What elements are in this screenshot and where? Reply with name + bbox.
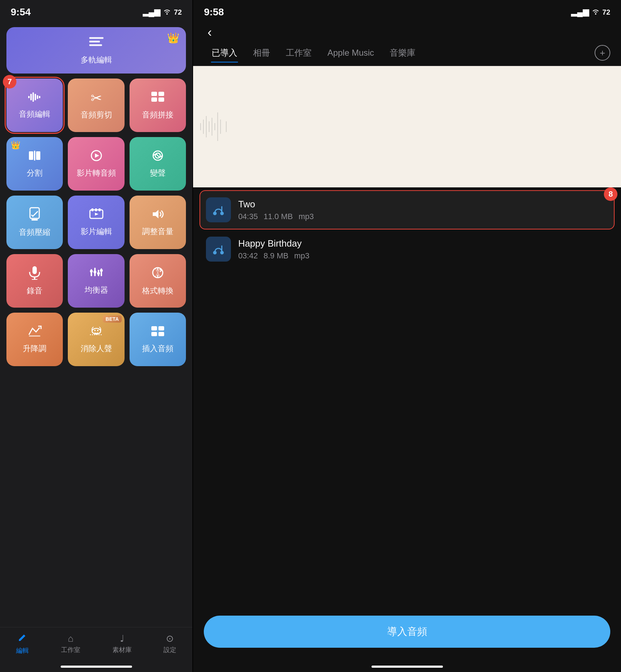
tile-audio-splice[interactable]: 音頻拼接 <box>130 79 186 132</box>
signal-icon-left: ▂▄▆ <box>143 7 161 17</box>
tab-library[interactable]: ♩ 素材庫 <box>112 633 132 654</box>
file-item-happy-birthday[interactable]: Happy Birthday 03:42 8.9 MB mp3 <box>200 230 614 268</box>
split-crown: 👑 <box>11 141 20 150</box>
tile-multitrack[interactable]: 👑 多軌編輯 <box>6 27 186 74</box>
right-panel: 9:58 ▂▄▆ 72 ‹ 已導入 相冊 工作室 Apple Music <box>193 0 621 672</box>
file-format-happy-birthday: mp3 <box>294 251 309 261</box>
tile-split[interactable]: 👑 分割 <box>6 137 63 191</box>
badge-7: 7 <box>3 75 16 89</box>
tile-compress[interactable]: 音頻壓縮 <box>6 196 63 249</box>
left-panel: 9:54 ▂▄▆ 72 👑 多軌編輯 <box>0 0 192 672</box>
svg-point-38 <box>94 271 96 273</box>
tile-video-edit[interactable]: 影片編輯 <box>68 196 124 249</box>
svg-rect-20 <box>30 208 39 218</box>
back-button[interactable]: ‹ <box>204 25 215 40</box>
equalizer-icon <box>89 266 104 281</box>
svg-rect-6 <box>35 94 36 100</box>
battery-right: 72 <box>602 8 610 16</box>
wifi-icon-left <box>163 7 171 17</box>
tile-volume[interactable]: 調整音量 <box>130 196 186 249</box>
svg-rect-11 <box>151 97 157 102</box>
svg-rect-48 <box>151 332 157 336</box>
grid-row-1: 7 音頻編輯 ✂ 音頻剪切 <box>6 79 186 132</box>
file-item-two[interactable]: Two 04:35 11.0 MB mp3 8 <box>200 191 614 229</box>
multitrack-label: 多軌編輯 <box>81 55 112 65</box>
status-bar-left: 9:54 ▂▄▆ 72 <box>0 0 192 21</box>
svg-point-65 <box>213 251 217 254</box>
status-bar-right: 9:58 ▂▄▆ 72 <box>193 0 621 21</box>
tile-audio-cut[interactable]: ✂ 音頻剪切 <box>68 79 124 132</box>
noise-icon <box>89 325 104 340</box>
file-info-two: Two 04:35 11.0 MB mp3 <box>238 199 608 221</box>
pitch-icon <box>27 325 42 340</box>
tab-apple-music[interactable]: Apple Music <box>319 44 382 61</box>
record-label: 錄音 <box>27 286 42 296</box>
file-icon-happy-birthday <box>206 237 231 262</box>
import-button-label: 導入音頻 <box>387 626 427 637</box>
import-button[interactable]: 導入音頻 <box>204 616 610 648</box>
split-label: 分割 <box>27 168 42 178</box>
grid-row-5: 升降調 BETA 消除人聲 <box>6 313 186 366</box>
beta-badge: BETA <box>103 315 122 323</box>
svg-marker-27 <box>153 210 158 218</box>
add-tab-button[interactable]: + <box>595 45 610 61</box>
tile-video-to-audio[interactable]: 影片轉音頻 <box>68 137 124 191</box>
svg-rect-57 <box>214 123 215 130</box>
studio-tab-icon: ⌂ <box>68 633 74 644</box>
audio-splice-label: 音頻拼接 <box>142 110 173 120</box>
file-duration-happy-birthday: 03:42 <box>238 251 258 261</box>
svg-rect-51 <box>193 66 621 187</box>
grid-row-2: 👑 分割 影片轉音頻 <box>6 137 186 191</box>
tab-studio-right[interactable]: 工作室 <box>278 44 319 62</box>
tile-record[interactable]: 錄音 <box>6 254 63 308</box>
add-icon: + <box>600 47 605 59</box>
svg-rect-53 <box>203 120 204 134</box>
volume-icon <box>151 208 165 223</box>
svg-rect-54 <box>206 116 207 137</box>
tab-music-lib-label: 音樂庫 <box>390 48 415 57</box>
tab-imported[interactable]: 已導入 <box>204 44 245 62</box>
tab-edit[interactable]: 編輯 <box>16 632 29 655</box>
tab-studio[interactable]: ⌂ 工作室 <box>61 633 80 654</box>
video-edit-icon <box>89 208 104 223</box>
file-duration-two: 04:35 <box>238 212 258 221</box>
svg-rect-12 <box>158 97 164 102</box>
svg-rect-13 <box>29 151 33 160</box>
status-icons-left: ▂▄▆ 72 <box>143 7 182 17</box>
svg-rect-8 <box>39 96 40 98</box>
svg-rect-1 <box>89 41 100 42</box>
tab-music-lib[interactable]: 音樂庫 <box>382 44 423 62</box>
video-edit-label: 影片編輯 <box>81 226 112 237</box>
svg-point-44 <box>94 330 96 331</box>
svg-point-62 <box>213 212 217 215</box>
tile-voice-change[interactable]: 變聲 <box>130 137 186 191</box>
svg-point-39 <box>97 272 100 275</box>
svg-rect-5 <box>32 92 34 102</box>
file-size-two: 11.0 MB <box>263 212 293 221</box>
svg-rect-30 <box>32 279 37 280</box>
svg-rect-10 <box>158 92 164 96</box>
tile-format[interactable]: 格式轉換 <box>130 254 186 308</box>
svg-rect-58 <box>217 112 218 141</box>
signal-icon-right: ▂▄▆ <box>571 7 589 17</box>
tab-album[interactable]: 相冊 <box>245 44 278 62</box>
tile-noise[interactable]: BETA 消除人聲 <box>68 313 124 366</box>
tile-insert[interactable]: 插入音頻 <box>130 313 186 366</box>
svg-rect-3 <box>28 96 30 98</box>
tile-pitch[interactable]: 升降調 <box>6 313 63 366</box>
waveform-area <box>193 66 621 187</box>
tab-settings[interactable]: ⊙ 設定 <box>163 633 176 654</box>
voice-change-label: 變聲 <box>150 168 166 178</box>
svg-rect-24 <box>95 208 97 211</box>
equalizer-label: 均衡器 <box>85 285 108 295</box>
tile-audio-edit[interactable]: 7 音頻編輯 <box>6 79 63 132</box>
edit-tab-icon <box>17 632 27 645</box>
time-right: 9:58 <box>204 6 224 18</box>
multitrack-icon <box>89 36 104 52</box>
svg-rect-61 <box>226 121 227 132</box>
library-tab-icon: ♩ <box>120 633 124 644</box>
compress-label: 音頻壓縮 <box>19 227 50 238</box>
file-info-happy-birthday: Happy Birthday 03:42 8.9 MB mp3 <box>238 238 608 261</box>
file-list: Two 04:35 11.0 MB mp3 8 Happy Bi <box>193 187 621 608</box>
tile-equalizer[interactable]: 均衡器 <box>68 254 124 308</box>
